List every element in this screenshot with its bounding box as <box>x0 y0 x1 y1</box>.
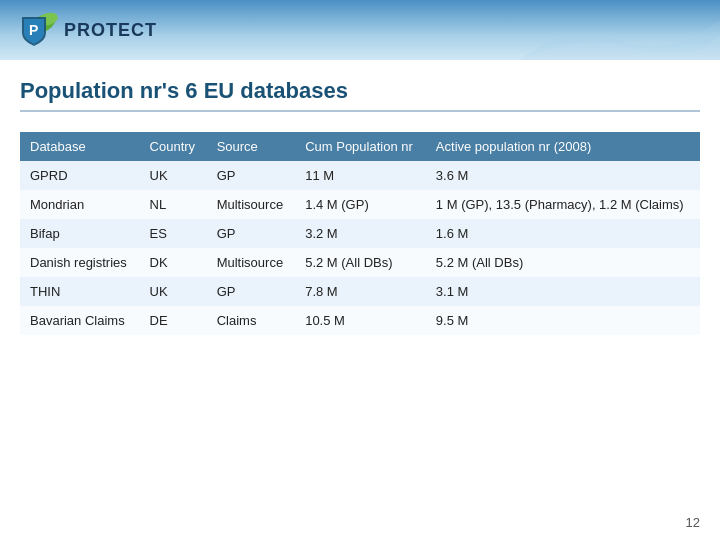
col-header-database: Database <box>20 132 140 161</box>
table-cell-0: THIN <box>20 277 140 306</box>
col-header-source: Source <box>207 132 296 161</box>
col-header-country: Country <box>140 132 207 161</box>
table-cell-3: 10.5 M <box>295 306 426 335</box>
table-cell-1: DK <box>140 248 207 277</box>
table-cell-3: 1.4 M (GP) <box>295 190 426 219</box>
table-row: Danish registriesDKMultisource5.2 M (All… <box>20 248 700 277</box>
table-cell-2: GP <box>207 161 296 190</box>
table-cell-4: 1.6 M <box>426 219 700 248</box>
table-header-row: Database Country Source Cum Population n… <box>20 132 700 161</box>
table-cell-1: UK <box>140 277 207 306</box>
table-cell-0: Mondrian <box>20 190 140 219</box>
table-cell-0: Bifap <box>20 219 140 248</box>
col-header-active-population: Active population nr (2008) <box>426 132 700 161</box>
table-cell-0: GPRD <box>20 161 140 190</box>
page-number: 12 <box>686 515 700 530</box>
table-cell-3: 5.2 M (All DBs) <box>295 248 426 277</box>
table-cell-3: 7.8 M <box>295 277 426 306</box>
logo-text: PROTECT <box>64 20 157 41</box>
table-cell-4: 3.6 M <box>426 161 700 190</box>
table-cell-1: ES <box>140 219 207 248</box>
footer: 12 <box>686 515 700 530</box>
table-cell-0: Danish registries <box>20 248 140 277</box>
table-row: BifapESGP3.2 M1.6 M <box>20 219 700 248</box>
table-cell-2: GP <box>207 277 296 306</box>
table-cell-3: 3.2 M <box>295 219 426 248</box>
page-title: Population nr's 6 EU databases <box>20 78 700 104</box>
header: P PROTECT <box>0 0 720 60</box>
table-cell-4: 9.5 M <box>426 306 700 335</box>
table-cell-1: DE <box>140 306 207 335</box>
table-row: MondrianNLMultisource1.4 M (GP)1 M (GP),… <box>20 190 700 219</box>
table-cell-1: NL <box>140 190 207 219</box>
logo-container: P PROTECT <box>16 9 157 51</box>
table-cell-2: Multisource <box>207 248 296 277</box>
protect-logo-icon: P <box>16 9 58 51</box>
table-wrapper: Database Country Source Cum Population n… <box>0 122 720 345</box>
table-row: Bavarian ClaimsDEClaims10.5 M9.5 M <box>20 306 700 335</box>
data-table: Database Country Source Cum Population n… <box>20 132 700 335</box>
table-cell-2: Claims <box>207 306 296 335</box>
col-header-cum-population: Cum Population nr <box>295 132 426 161</box>
table-cell-4: 3.1 M <box>426 277 700 306</box>
header-wave-decoration <box>520 0 720 60</box>
table-cell-2: GP <box>207 219 296 248</box>
table-row: GPRDUKGP11 M3.6 M <box>20 161 700 190</box>
table-cell-1: UK <box>140 161 207 190</box>
table-row: THINUKGP7.8 M3.1 M <box>20 277 700 306</box>
table-cell-4: 1 M (GP), 13.5 (Pharmacy), 1.2 M (Claims… <box>426 190 700 219</box>
title-underline <box>20 110 700 112</box>
title-section: Population nr's 6 EU databases <box>0 60 720 122</box>
table-cell-2: Multisource <box>207 190 296 219</box>
table-cell-4: 5.2 M (All DBs) <box>426 248 700 277</box>
table-cell-3: 11 M <box>295 161 426 190</box>
table-cell-0: Bavarian Claims <box>20 306 140 335</box>
svg-text:P: P <box>29 22 38 38</box>
